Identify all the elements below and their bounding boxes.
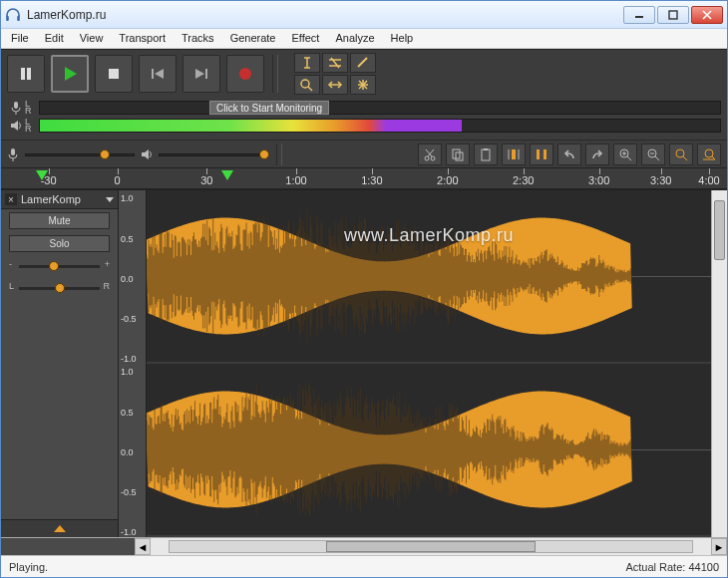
timeshift-tool[interactable] [322,75,348,95]
svg-rect-46 [537,149,540,159]
track-control-panel: × LamerKomp Mute Solo - + L R [1,190,119,537]
svg-rect-7 [27,68,31,80]
microphone-icon [7,101,25,115]
tools-grid [294,53,376,95]
svg-rect-42 [484,148,488,150]
record-button[interactable] [226,55,264,93]
close-button[interactable] [691,6,723,24]
menu-help[interactable]: Help [383,29,422,48]
window-title: LamerKomp.ru [27,8,623,22]
gain-slider[interactable]: - + [9,259,110,273]
titlebar: LamerKomp.ru [1,1,727,29]
menu-tracks[interactable]: Tracks [174,29,222,48]
menu-analyze[interactable]: Analyze [327,29,382,48]
envelope-tool[interactable] [322,53,348,73]
svg-line-49 [627,156,631,160]
ruler-tick: 0 [118,168,119,189]
maximize-button[interactable] [657,6,689,24]
draw-tool[interactable] [350,53,376,73]
track-name[interactable]: LamerKomp [21,193,102,205]
recording-meter[interactable]: L R Click to Start Monitoring [7,100,721,116]
scroll-left-arrow[interactable]: ◄ [135,538,151,555]
svg-rect-3 [669,11,677,19]
mixer-edit-toolbar [1,140,727,167]
svg-line-56 [683,156,687,160]
fit-selection-button[interactable] [669,144,693,165]
copy-button[interactable] [446,144,470,165]
track-close-button[interactable]: × [5,193,17,205]
track-area: × LamerKomp Mute Solo - + L R 1.00.50.0-… [1,190,727,537]
ruler-tick: 3:30 [661,168,662,189]
svg-rect-10 [152,69,154,79]
amplitude-scale: 1.00.50.0-0.5-1.0 [119,364,147,537]
menu-transport[interactable]: Transport [111,29,174,48]
fit-project-button[interactable] [697,144,721,165]
vertical-scrollbar[interactable] [711,190,727,537]
skip-end-button[interactable] [182,55,220,93]
toolbar-separator [276,144,282,165]
app-headphones-icon [5,7,21,23]
paste-button[interactable] [474,144,498,165]
svg-point-14 [239,68,251,80]
zoom-out-button[interactable] [641,144,665,165]
menu-file[interactable]: File [3,29,37,48]
playback-meter[interactable]: L R [7,118,721,134]
svg-point-22 [301,80,309,88]
multi-tool[interactable] [350,75,376,95]
waveform-channel-left[interactable]: www.LamerKomp.ru [147,190,711,364]
mute-button[interactable]: Mute [9,212,110,229]
speaker-icon [141,147,153,161]
transport-toolbar [1,50,727,98]
menubar: FileEditViewTransportTracksGenerateEffec… [1,29,727,49]
svg-rect-1 [17,16,20,21]
horizontal-scrollbar[interactable]: ◄ ► [1,537,727,555]
recording-volume-slider[interactable] [25,146,135,162]
svg-marker-8 [65,67,77,81]
timeline-ruler[interactable]: -300301:001:302:002:303:003:304:00 [1,167,727,189]
svg-line-21 [358,58,367,67]
svg-rect-0 [6,16,9,21]
svg-rect-32 [11,148,15,155]
waveform-channel-right[interactable] [147,364,711,537]
svg-point-55 [676,149,684,157]
silence-button[interactable] [530,144,553,165]
pause-button[interactable] [7,55,45,93]
ruler-tick: 2:00 [448,168,449,189]
undo-button[interactable] [557,144,581,165]
play-button[interactable] [51,55,89,93]
svg-marker-34 [142,149,149,159]
menu-view[interactable]: View [72,29,112,48]
ruler-tick: 3:00 [599,168,600,189]
svg-line-53 [655,156,659,160]
rec-channel-labels: L R [25,101,39,115]
svg-point-36 [431,156,435,160]
scroll-right-arrow[interactable]: ► [711,538,727,555]
toolbar-separator [272,55,278,93]
click-to-monitor-hint[interactable]: Click to Start Monitoring [209,101,329,115]
menu-edit[interactable]: Edit [37,29,72,48]
cut-button[interactable] [418,144,442,165]
skip-start-button[interactable] [139,55,177,93]
redo-button[interactable] [585,144,609,165]
minimize-button[interactable] [623,6,655,24]
selection-tool[interactable] [294,53,320,73]
play-channel-labels: L R [25,119,39,133]
trim-button[interactable] [502,144,526,165]
track-menu-dropdown[interactable] [106,197,114,202]
svg-line-23 [308,87,312,91]
menu-effect[interactable]: Effect [284,29,328,48]
svg-rect-9 [109,69,119,79]
zoom-in-button[interactable] [613,144,637,165]
solo-button[interactable]: Solo [9,235,110,252]
svg-marker-12 [195,69,204,79]
playhead-pin[interactable] [221,170,233,180]
menu-generate[interactable]: Generate [222,29,284,48]
zoom-tool[interactable] [294,75,320,95]
pan-slider[interactable]: L R [9,281,110,295]
stop-button[interactable] [95,55,133,93]
status-bar: Playing. Actual Rate: 44100 [1,555,727,577]
svg-rect-6 [21,68,25,80]
track-collapse-button[interactable] [1,519,118,537]
playback-volume-slider[interactable] [159,146,268,162]
ruler-tick: 4:00 [709,168,710,189]
